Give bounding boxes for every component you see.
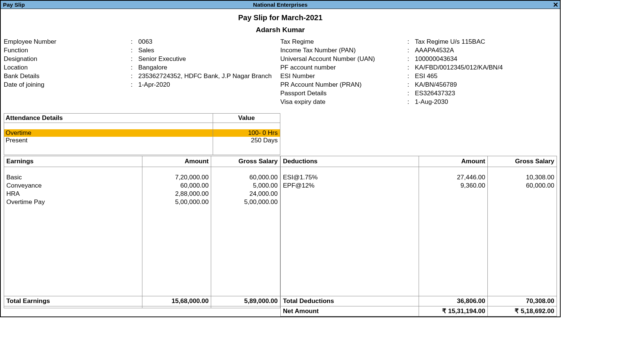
attendance-row: Present250 Days xyxy=(4,137,280,144)
info-right-column: Tax Regime:Tax Regime U/s 115BACIncome T… xyxy=(280,38,557,106)
info-row: Designation:Senior Executive xyxy=(4,55,280,64)
table-row: ESI@1.75%27,446.0010,308.00 xyxy=(281,173,557,182)
info-row: Employee Number:0063 xyxy=(4,38,280,46)
info-value: Sales xyxy=(138,46,280,55)
info-row: PR Account Number (PRAN):KA/BN/456789 xyxy=(280,81,557,89)
table-row: Conveyance60,000.005,000.00 xyxy=(4,182,280,190)
info-value: 0063 xyxy=(138,38,280,46)
info-label: Employee Number xyxy=(4,38,131,46)
employee-name: Adarsh Kumar xyxy=(4,26,557,34)
info-left-column: Employee Number:0063Function:SalesDesign… xyxy=(4,38,280,106)
attendance-row: Overtime100- 0 Hrs xyxy=(4,129,280,137)
info-row: Visa expiry date:1-Aug-2030 xyxy=(280,98,557,106)
info-row: Income Tax Number (PAN):AAAPA4532A xyxy=(280,46,557,55)
info-value: KA/FBD/0012345/012/KA/BN/4 xyxy=(415,64,557,72)
close-icon[interactable]: ✕ xyxy=(553,1,558,9)
table-row: HRA2,88,000.0024,000.00 xyxy=(4,190,280,198)
total-row: Total Deductions36,806.0070,308.00 xyxy=(281,296,557,306)
info-row: Tax Regime:Tax Regime U/s 115BAC xyxy=(280,38,557,46)
info-value: 100000043634 xyxy=(415,55,557,64)
info-value: Bangalore xyxy=(138,64,280,72)
info-value: AAAPA4532A xyxy=(415,46,557,55)
info-label: PF account number xyxy=(280,64,407,72)
info-value: 1-Apr-2020 xyxy=(138,81,280,89)
attendance-details: Attendance Details Value Overtime100- 0 … xyxy=(4,113,280,155)
total-row: Total Earnings15,68,000.005,89,000.00 xyxy=(4,296,280,306)
info-row: Passport Details:ES326437323 xyxy=(280,89,557,98)
info-value: ESI 465 xyxy=(415,72,557,81)
table-row: Overtime Pay5,00,000.005,00,000.00 xyxy=(4,198,280,206)
info-value: 235362724352, HDFC Bank, J.P Nagar Branc… xyxy=(138,72,280,81)
employee-info: Employee Number:0063Function:SalesDesign… xyxy=(4,38,557,106)
info-label: Function xyxy=(4,46,131,55)
deductions-column: DeductionsAmountGross SalaryESI@1.75%27,… xyxy=(280,156,557,317)
info-value: Tax Regime U/s 115BAC xyxy=(415,38,557,46)
info-row: Location:Bangalore xyxy=(4,64,280,72)
table-row: Basic7,20,000.0060,000.00 xyxy=(4,173,280,182)
info-value: ES326437323 xyxy=(415,89,557,98)
info-row: Function:Sales xyxy=(4,46,280,55)
info-label: Income Tax Number (PAN) xyxy=(280,46,407,55)
info-row: Bank Details:235362724352, HDFC Bank, J.… xyxy=(4,72,280,81)
info-label: Visa expiry date xyxy=(280,98,407,106)
info-row: PF account number:KA/FBD/0012345/012/KA/… xyxy=(280,64,557,72)
info-row: Date of joining:1-Apr-2020 xyxy=(4,81,280,89)
info-label: Date of joining xyxy=(4,81,131,89)
info-value: KA/BN/456789 xyxy=(415,81,557,89)
info-value: Senior Executive xyxy=(138,55,280,64)
attendance-header-label: Attendance Details xyxy=(4,113,213,123)
page-title: Pay Slip for March-2021 xyxy=(4,13,557,22)
info-label: Passport Details xyxy=(280,89,407,98)
earnings-column: EarningsAmountGross SalaryBasic7,20,000.… xyxy=(4,156,280,317)
payslip-window: Pay Slip National Enterprises ✕ Pay Slip… xyxy=(0,0,561,317)
info-label: Bank Details xyxy=(4,72,131,81)
info-label: Designation xyxy=(4,55,131,64)
net-row: Net Amount₹ 15,31,194.00₹ 5,18,692.00 xyxy=(281,306,557,316)
info-label: Tax Regime xyxy=(280,38,407,46)
info-value: 1-Aug-2030 xyxy=(415,98,557,106)
titlebar-left: Pay Slip xyxy=(1,1,25,8)
info-label: PR Account Number (PRAN) xyxy=(280,81,407,89)
info-label: Location xyxy=(4,64,131,72)
titlebar: Pay Slip National Enterprises ✕ xyxy=(1,1,560,9)
info-label: Universal Account Number (UAN) xyxy=(280,55,407,64)
titlebar-center: National Enterprises xyxy=(1,1,560,8)
attendance-header-value: Value xyxy=(213,113,280,123)
table-row: EPF@12%9,360.0060,000.00 xyxy=(281,182,557,190)
net-row xyxy=(4,306,280,308)
info-row: ESI Number:ESI 465 xyxy=(280,72,557,81)
info-label: ESI Number xyxy=(280,72,407,81)
info-row: Universal Account Number (UAN):100000043… xyxy=(280,55,557,64)
earnings-deductions: EarningsAmountGross SalaryBasic7,20,000.… xyxy=(4,156,557,317)
